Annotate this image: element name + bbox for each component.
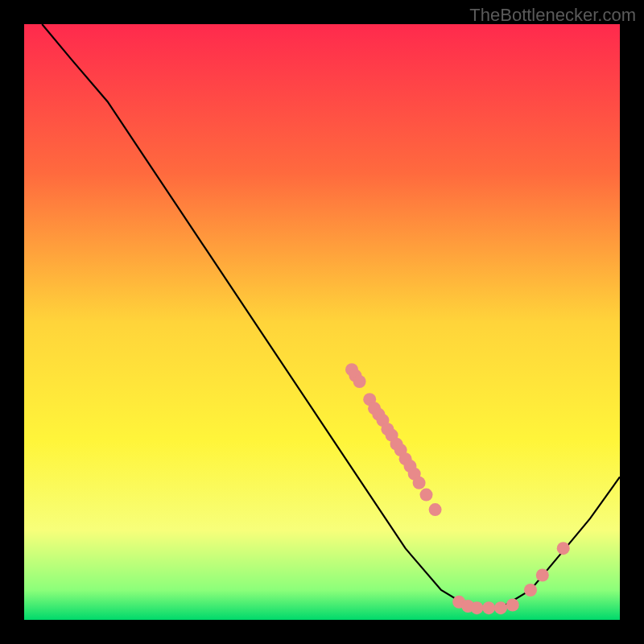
chart-svg [24, 24, 620, 620]
data-point [482, 601, 495, 614]
data-point [413, 477, 426, 489]
attribution-text: TheBottlenecker.com [469, 5, 636, 26]
data-point [470, 601, 483, 614]
data-point [536, 569, 549, 582]
data-point [494, 601, 507, 614]
data-point [557, 542, 570, 555]
data-point [420, 489, 433, 502]
data-point [353, 375, 366, 388]
chart-frame [24, 24, 620, 620]
data-point [506, 599, 519, 612]
data-point [429, 503, 442, 516]
data-point [524, 584, 537, 597]
gradient-background [24, 24, 620, 620]
